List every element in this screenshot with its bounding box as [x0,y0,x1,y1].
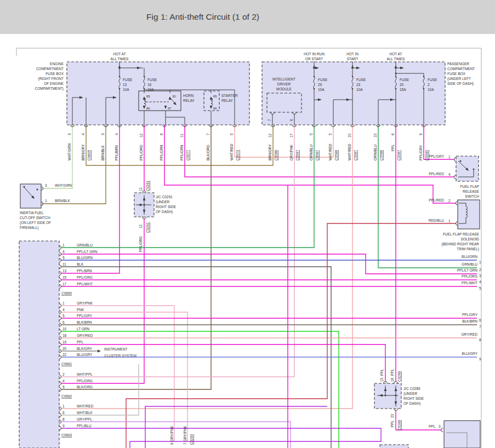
text-label: 9 [62,424,65,428]
text-label: 7 [268,119,271,121]
text-label: 6 [391,133,395,135]
text-label: BLU/GRN [462,255,477,259]
text-label: 86 [213,107,217,110]
text-label: WHT/RED [77,404,94,408]
text-label: 9 [419,133,423,135]
text-label: 5 [62,314,65,318]
fuse-terminal [119,88,121,90]
text-label: PPL/ORG [139,145,143,160]
text-label: 10A [356,88,363,91]
text-label: (ON LEFT SIDE OF [20,221,51,225]
text-label: GRN/BLU [77,243,93,247]
text-label: CUT-OFF SWITCH [20,216,50,220]
title-bar: Fig 1: Anti-theft Circuit (1 of 2) [0,0,495,34]
inertia-switch-box [20,184,41,208]
text-label: START [347,57,359,61]
text-label: 87 [168,107,171,110]
text-label: WHT/GRN [67,143,71,160]
junction-dot [119,67,121,69]
fuse-terminal [144,76,145,78]
text-label: PPL [77,340,84,344]
text-label: 10A [123,88,129,91]
text-label: 85 [146,95,150,98]
wire-ppl-blu [61,428,381,448]
text-label: C0660 [61,291,72,295]
text-label: STARTER [221,94,238,97]
text-label: OF DASH) [403,401,420,406]
text-label: SOLENOID [460,237,479,241]
text-label: WHT/BLK [77,411,93,415]
fuse-terminal [352,76,354,78]
text-label: 30 [172,95,175,98]
text-label: C0661 [61,362,72,366]
text-label: PASSENGER [447,62,469,66]
text-label: FUSE [123,78,133,82]
text-label: GRY/RED [462,332,478,336]
text-label: C0577 [186,150,190,160]
text-label: C0293 [190,434,194,445]
text-label: GRY/RED [77,334,93,337]
text-label: 15 [380,377,384,382]
text-label: FIREWALL) [20,226,38,230]
text-label: PPL/BLU [77,424,92,428]
text-label: GRN/BLU [373,145,377,160]
text-label: RELAY [221,99,233,102]
text-label: PPL [390,420,394,427]
text-label: C0291 [146,222,150,233]
text-label: C0291 [146,180,150,191]
text-label: 16 [390,377,394,382]
text-label: FUEL FLAP [460,185,479,188]
text-label: RELEASE [463,189,480,193]
text-label: PPL/WHT [77,282,93,286]
text-label: 7 [206,133,210,135]
text-label: FUSE BOX [447,72,466,76]
junction-dot [473,169,475,170]
text-label: (BEHIND RIGHT REAR [442,242,480,246]
junction-dot [460,160,462,162]
text-label: RED/BLU [429,219,444,222]
text-label: C0662 [61,394,72,398]
text-label: HOT AT [113,52,126,56]
text-label: HORN [183,94,194,97]
text-label: J/C C0289 [403,387,420,390]
text-label: (UNDER [156,200,170,204]
text-label: FUSE [318,78,328,82]
text-label: GRY/PPL [77,417,92,421]
text-label: PPL/LT GRN [457,268,478,272]
text-label: COMPARTMENT [447,67,475,71]
text-label: 86 [146,107,150,110]
text-label: 1 [479,260,481,264]
text-label: 5 [62,256,65,260]
text-label: 5 [479,286,481,290]
text-label: 8 [62,417,65,421]
text-label: 15A [400,88,406,91]
text-label: ALL TIMES [111,57,129,61]
text-label: C0586 [274,150,278,160]
text-label: C0573 [236,150,240,160]
bottom-right-box [444,421,480,448]
text-label: 8 [160,133,163,135]
text-label: 2 [62,372,65,376]
text-label: 9 GRY/PNK [170,426,174,445]
fuse-terminal [423,76,425,78]
text-label: 18 [62,334,67,337]
text-label: PPL/ORG [462,274,477,278]
text-label: C0587 [295,150,299,160]
text-label: 10A [428,88,434,91]
text-label: GRY/PNK [289,144,293,160]
text-label: PPL/ORG [77,275,93,279]
text-label: ENGINE [50,62,64,66]
text-label: BRN/GRY [81,144,85,160]
text-label: 7 GRY/PNK [183,426,187,445]
text-label: C0605 [87,150,91,160]
text-label: 1 [45,199,47,203]
text-label: (UNDER [403,392,418,396]
fuse-terminal [395,76,397,78]
text-label: PPL/ORG [139,236,143,252]
text-label: 16 [147,83,152,87]
text-label: PPL/GRY [77,314,93,318]
text-label: 20 [390,413,394,418]
text-label: 7 [479,325,481,329]
wiring-diagram: ENGINECOMPARTMENTFUSE BOX(RIGHT FRONTOF … [0,34,495,448]
wire-grn-blu-a [61,125,314,248]
